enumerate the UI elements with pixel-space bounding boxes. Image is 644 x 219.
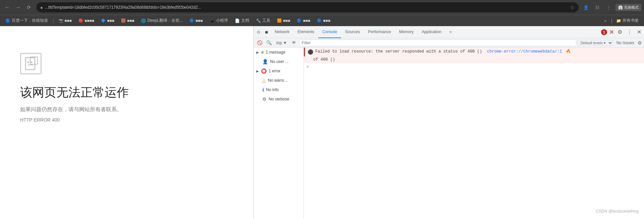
deepl-label: DeepL翻译：全世... [147, 18, 182, 23]
error-message-text: Failed to load resource: the server resp… [315, 49, 482, 54]
devtools-close-button[interactable]: ✕ [636, 27, 643, 36]
log-error-text: Failed to load resource: the server resp… [315, 49, 641, 55]
sidebar-row-error[interactable]: ▶ ⭕ 1 error [254, 66, 304, 76]
info-circle-icon: ℹ [262, 87, 264, 92]
incognito-button[interactable]: 👔 无痕模式 [615, 4, 641, 11]
bookmark-deepl[interactable]: 🌐 DeepL翻译：全世... [138, 17, 185, 24]
error-subtitle: 如果问题仍然存在，请与网站所有者联系。 [20, 106, 122, 113]
sidebar-row-user[interactable]: 👤 No user ... [254, 57, 304, 66]
tab-sources[interactable]: Sources [341, 26, 364, 38]
secure-icon: ● [40, 5, 43, 10]
incognito-label: 无痕模式 [624, 5, 639, 10]
tab-console[interactable]: Console [318, 26, 341, 38]
error-continuation-text: of 400 () [313, 57, 335, 62]
message-count-label: 1 message [266, 50, 285, 55]
address-bar[interactable]: ● ...tfdTemplateId=18dbfed2c00c587171792… [36, 2, 579, 12]
devtools-tabbar: ⛭ ◾ Network Elements Console Sources Per… [254, 26, 644, 38]
back-button[interactable]: ← [3, 3, 12, 12]
expand-arrow-icon[interactable]: > [307, 65, 309, 69]
console-filter-input[interactable] [299, 40, 576, 46]
bookmarks-bar: 🔵 百度一下，你就知道 | 📷 ■■■ 🔴 ■■■■ 🔷 ■■■ 🟫 ■■■ 🌐… [0, 15, 644, 26]
log-error-continuation: of 400 () [304, 57, 644, 63]
all-bookmarks-button[interactable]: 📁 所有书签 [613, 17, 641, 24]
folder-icon: 📁 [616, 18, 621, 23]
devtools-device-icon[interactable]: ◾ [262, 29, 271, 35]
tab-performance[interactable]: Performance [364, 26, 395, 38]
error-x-icon: ✕ [609, 28, 614, 36]
extension-button[interactable]: ☷ [593, 3, 602, 12]
tab-application-label: Application [422, 29, 441, 34]
default-levels-select[interactable]: Default levels ▾ [578, 40, 613, 46]
reload-button[interactable]: ⟳ [24, 3, 34, 12]
bookmark-docs[interactable]: 📄 文档 [232, 17, 252, 24]
bookmark-item-2[interactable]: 📷 ■■■ [56, 17, 74, 24]
bookmark-item-3[interactable]: 🔴 ■■■■ [76, 17, 97, 24]
sidebar-row-warning[interactable]: △ No warni... [254, 76, 304, 85]
menu-button[interactable]: ⋮ [604, 3, 613, 12]
tab-network[interactable]: Network [271, 26, 293, 38]
tab-memory-label: Memory [399, 29, 414, 34]
sidebar-row-verbose[interactable]: ⚙ No verbose [254, 94, 304, 104]
profile-button[interactable]: 👤 [581, 3, 591, 12]
tab-more[interactable]: » [445, 26, 456, 38]
no-issues-label: No Issues [614, 41, 636, 45]
error-title: 该网页无法正常运作 [20, 84, 129, 101]
svg-rect-0 [25, 58, 35, 70]
console-sidebar: ▶ ≡ 1 message 👤 No user ... ▶ ⭕ 1 error [254, 48, 304, 219]
console-settings-button[interactable]: ⚙ [638, 40, 642, 46]
all-bookmarks-label: 所有书签 [623, 18, 639, 23]
bookmark-icon[interactable]: ☆ [570, 5, 575, 10]
docs-icon: 📄 [235, 18, 240, 23]
log-error-icon: ⚫ [308, 49, 313, 55]
bookmark-item-9[interactable]: 🔵 ■■■ [314, 17, 333, 24]
tab-application[interactable]: Application [418, 26, 445, 38]
toolbar-right: 👤 ☷ ⋮ 👔 无痕模式 [581, 3, 641, 12]
message-icon: ≡ [261, 50, 264, 55]
sidebar-row-info[interactable]: ℹ No info [254, 85, 304, 94]
log-expand-row[interactable]: > [304, 63, 644, 71]
bookmark-tools[interactable]: 🔧 工具 [253, 17, 273, 24]
bookmark-item-4[interactable]: 🔷 ■■■ [98, 17, 117, 24]
log-error-row: ⚫ Failed to load resource: the server re… [304, 48, 644, 57]
devtools-inspect-icon[interactable]: ⛭ [255, 29, 262, 35]
expand-message-triangle: ▶ [256, 51, 259, 54]
forward-button[interactable]: → [13, 3, 23, 12]
devtools-toolbar-right: 1 ✕ ⚙ ⋮ ✕ [601, 27, 643, 36]
miniapp-icon: 📱 [210, 18, 215, 23]
error-circle-icon: ⭕ [261, 68, 267, 74]
user-icon: 👤 [262, 59, 268, 64]
bookmark-item-8[interactable]: 🔵 ■■■ [294, 17, 313, 24]
error-source-link[interactable]: chrome-error://chromewebdata/:1 [487, 49, 562, 54]
watermark: CSDN @lendsomething [596, 209, 639, 214]
incognito-icon: 👔 [618, 5, 623, 10]
watermark-text: CSDN @lendsomething [596, 209, 639, 214]
bookmark-item-6[interactable]: 🔵 ■■■ [187, 17, 206, 24]
miniapp-label: 小程序 [216, 18, 228, 23]
bookmark-miniapp[interactable]: 📱 小程序 [207, 17, 231, 24]
bookmark-baidu[interactable]: 🔵 百度一下，你就知道 [3, 17, 51, 24]
deepl-icon: 🌐 [141, 18, 146, 23]
address-text: ...tfdTemplateId=18dbfed2c00c5871717923f… [45, 5, 568, 10]
bookmark-separator-1: | [53, 18, 54, 24]
devtools-more-button[interactable]: ⋮ [626, 27, 634, 36]
devtools-settings-button[interactable]: ⚙ [616, 27, 624, 36]
tab-memory[interactable]: Memory [395, 26, 418, 38]
baidu-icon: 🔵 [5, 18, 10, 23]
context-selector-button[interactable]: top ▼ [274, 40, 289, 46]
svg-line-3 [31, 62, 32, 63]
error-page: 该网页无法正常运作 如果问题仍然存在，请与网站所有者联系。 HTTP ERROR… [0, 26, 253, 219]
console-clear-button[interactable]: 🚫 [256, 40, 264, 46]
nav-buttons: ← → ⟳ [3, 3, 34, 12]
docs-label: 文档 [241, 18, 249, 23]
console-filter-toggle[interactable]: 🔍 [265, 40, 273, 46]
console-log: ⚫ Failed to load resource: the server re… [304, 48, 644, 219]
tab-elements[interactable]: Elements [293, 26, 318, 38]
expand-error-triangle: ▶ [256, 69, 259, 73]
bookmark-item-7[interactable]: 🟧 ■■■ [274, 17, 293, 24]
context-label: top [276, 41, 282, 45]
console-eye-button[interactable]: 👁 [290, 40, 298, 46]
sidebar-row-message[interactable]: ▶ ≡ 1 message [254, 48, 304, 57]
browser-toolbar: ← → ⟳ ● ...tfdTemplateId=18dbfed2c00c587… [0, 0, 644, 15]
bookmark-item-5[interactable]: 🟫 ■■■ [118, 17, 137, 24]
bookmark-more-button[interactable]: » [602, 17, 608, 24]
